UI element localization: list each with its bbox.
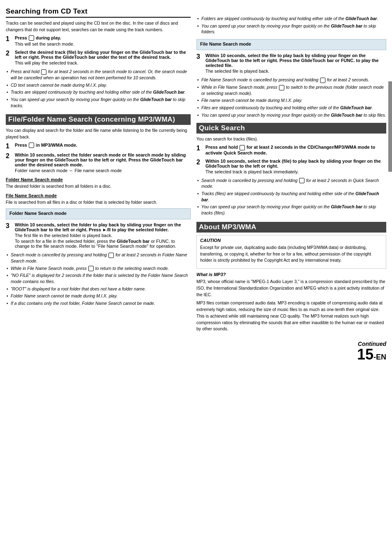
bullet-item: While in File Name Search mode, press to… (6, 265, 191, 272)
step-3-folder: 3 Within 10 seconds, select the folder t… (6, 222, 191, 249)
step-2-bold: Select the desired track (file) by slidi… (15, 50, 191, 60)
bullet-item: "NO FILE" is displayed for 2 seconds if … (6, 272, 191, 284)
file-folder-title: File/Folder Name Search (concerning MP3/… (6, 114, 191, 125)
step-num-2: 2 (6, 50, 12, 66)
page-number-area: Continued 15-EN (196, 341, 386, 362)
button-icon-small (299, 178, 304, 183)
step-3-file-num: 3 (196, 53, 203, 74)
bullet-item: File name search cannot be made during M… (196, 97, 386, 104)
folder-name-search-body: The desired folder is searched from all … (6, 183, 191, 190)
bullet-item: You can speed up your search by moving y… (6, 97, 191, 108)
bullet-item: While in File Name Search mode, press to… (196, 84, 386, 96)
bullet-item: "ROOT" is displayed for a root folder th… (6, 286, 191, 292)
bullet-item: File Name Search mode is cancelled by pr… (196, 77, 386, 83)
step-3-folder-content: Within 10 seconds, select the folder to … (15, 222, 191, 249)
button-icon (240, 145, 245, 150)
file-folder-intro: You can display and search for the folde… (6, 127, 191, 141)
about-mp3-section: About MP3/WMA CAUTION Except for private… (196, 222, 386, 332)
file-name-search-body: File is searched from all files in a dis… (6, 199, 191, 206)
step-2-ff-content: Within 10 seconds, select the folder sea… (15, 152, 191, 174)
step-1-qs-bold: Press and hold for at least 2 seconds in… (205, 145, 386, 155)
step-2-ff: 2 Within 10 seconds, select the folder s… (6, 152, 191, 174)
bullet-item: Files are skipped continuously by touchi… (196, 105, 386, 111)
step-2-note: This will play the selected track. (15, 60, 191, 65)
cd-text-intro: Tracks can be searched and played using … (6, 20, 191, 33)
caution-box: CAUTION Except for private use, duplicat… (196, 235, 386, 269)
step-1-ff-bold: Press in MP3/WMA mode. (15, 143, 191, 148)
step-3-folder-note2: To search for a file in the selected fol… (15, 239, 191, 249)
bullet-item: Search mode is cancelled by pressing and… (196, 177, 386, 189)
button-icon-small (88, 266, 94, 271)
step-1-ff: 1 Press in MP3/WMA mode. (6, 143, 191, 150)
step-1-ff-num: 1 (6, 143, 12, 150)
step-1-qs-content: Press and hold for at least 2 seconds in… (205, 145, 386, 156)
quick-search-section: Quick Search You can search for tracks (… (196, 123, 386, 216)
button-icon (29, 35, 34, 41)
step-1-content: Press during play. This will set the sea… (15, 35, 191, 48)
step-2-qs-num: 2 (196, 159, 203, 175)
button-icon-small (108, 253, 114, 258)
button-icon (29, 143, 34, 148)
what-is-mp3-para1: MP3, whose official name is "MPEG-1 Audi… (196, 279, 386, 298)
quick-search-bullets: Search mode is cancelled by pressing and… (196, 177, 386, 216)
file-name-search-subtitle: File Name Search mode (6, 193, 191, 198)
step-2-cd: 2 Select the desired track (file) by sli… (6, 50, 191, 66)
folder-name-search-subtitle: Folder Name Search mode (6, 177, 191, 182)
step-3-file-note: The selected file is played back. (205, 69, 386, 74)
step-2-content: Select the desired track (file) by slidi… (15, 50, 191, 66)
step-3-folder-bold: Within 10 seconds, select the folder to … (15, 222, 191, 232)
bullet-item: Press and hold for at least 2 seconds in… (6, 69, 191, 81)
right-accent-bar (388, 81, 392, 172)
cd-text-bullets: Press and hold for at least 2 seconds in… (6, 69, 191, 108)
step-num-1: 1 (6, 35, 12, 48)
button-icon-small (41, 69, 46, 75)
step-2-ff-note: Folder name search mode ↔ File name sear… (15, 168, 191, 173)
file-name-shaded-title: File Name Search mode (200, 41, 383, 46)
searching-from-cd-text-section: Searching from CD Text Tracks can be sea… (6, 7, 191, 108)
step-1-cd: 1 Press during play. This will set the s… (6, 35, 191, 48)
step-3-file-bold: Within 10 seconds, select the file to pl… (205, 53, 386, 68)
step-3-file-content: Within 10 seconds, select the file to pl… (205, 53, 386, 74)
bullet-item: Tracks (files) are skipped continuously … (196, 191, 386, 203)
cd-text-title: Searching from CD Text (6, 7, 191, 18)
quick-search-intro: You can search for tracks (files). (196, 136, 386, 143)
bullet-item: You can speed up your search by moving y… (196, 112, 386, 118)
quick-search-title: Quick Search (196, 123, 386, 134)
step-1-bold: Press during play. (15, 35, 191, 41)
button-icon-small (279, 85, 284, 90)
bullet-item: Folders are skipped continuously by touc… (196, 16, 386, 22)
bullet-item: Folder Name search cannot be made during… (6, 293, 191, 299)
about-mp3-title: About MP3/WMA (196, 222, 386, 233)
step-1-qs: 1 Press and hold for at least 2 seconds … (196, 145, 386, 156)
bullet-item: Tracks are skipped continuously by touch… (6, 89, 191, 95)
bullet-item: You can speed up your search by moving y… (196, 23, 386, 35)
caution-title: CAUTION (200, 238, 383, 243)
step-2-qs: 2 Within 10 seconds, select the track (f… (196, 159, 386, 175)
step-3-folder-note1: The first file in the selected folder is… (15, 233, 191, 238)
bullet-item: If a disc contains only the root folder,… (6, 300, 191, 306)
bullet-item: You can speed up your search by moving y… (196, 204, 386, 216)
file-folder-search-section: File/Folder Name Search (concerning MP3/… (6, 114, 191, 306)
step-2-ff-num: 2 (6, 152, 12, 174)
step-3-file: 3 Within 10 seconds, select the file to … (196, 53, 386, 74)
step-2-qs-bold: Within 10 seconds, select the track (fil… (205, 159, 386, 168)
step-2-qs-note: The selected track is played back immedi… (205, 169, 386, 174)
step-1-ff-content: Press in MP3/WMA mode. (15, 143, 191, 150)
file-name-search-bullets: File Name Search mode is cancelled by pr… (196, 77, 386, 118)
page-number: 15-EN (357, 346, 386, 363)
bullet-item: CD text search cannot be made during M.I… (6, 82, 191, 88)
button-icon-small (320, 78, 325, 83)
step-1-note: This will set the search mode. (15, 41, 191, 46)
step-2-qs-content: Within 10 seconds, select the track (fil… (205, 159, 386, 175)
folder-search-bullets: Search mode is cancelled by pressing and… (6, 252, 191, 306)
step-3-folder-num: 3 (6, 222, 12, 249)
folder-name-search-box: Folder Name Search mode (6, 208, 191, 219)
what-is-mp3-title: What is MP3? (196, 272, 386, 277)
step-2-ff-bold: Within 10 seconds, select the folder sea… (15, 152, 191, 167)
folder-shaded-title: Folder Name Search mode (9, 211, 187, 216)
step-1-qs-num: 1 (196, 145, 203, 156)
right-top-bullets: Folders are skipped continuously by touc… (196, 16, 386, 35)
bullet-item: Search mode is cancelled by pressing and… (6, 252, 191, 264)
file-name-search-box-right: File Name Search mode (196, 39, 386, 50)
caution-body: Except for private use, duplicating audi… (200, 244, 383, 264)
